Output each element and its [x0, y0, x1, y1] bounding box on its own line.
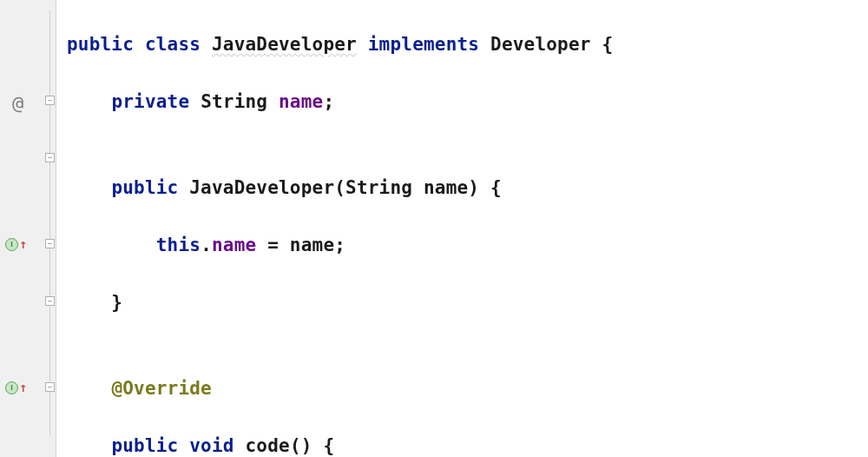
field-name: name — [212, 235, 256, 255]
implements-gutter-icon[interactable]: I ↑ — [5, 380, 27, 395]
up-arrow-icon: ↑ — [19, 236, 27, 252]
class-name: JavaDeveloper — [212, 34, 357, 55]
fold-column: − − − − − — [45, 0, 56, 457]
keyword: class — [145, 34, 201, 55]
fold-collapse-icon[interactable]: − — [45, 296, 55, 306]
fold-collapse-icon[interactable]: − — [45, 239, 55, 248]
keyword: public — [67, 34, 134, 55]
fold-line — [49, 10, 50, 436]
code-line: public JavaDeveloper(String name) { — [67, 174, 758, 202]
type-name: String — [201, 91, 267, 112]
fold-collapse-icon[interactable]: − — [45, 382, 55, 392]
keyword: void — [189, 435, 233, 456]
code-line: private String name; — [67, 88, 758, 116]
keyword: private — [111, 91, 189, 112]
keyword: implements — [368, 34, 479, 55]
fold-collapse-icon[interactable]: − — [45, 96, 55, 105]
interface-letter-icon: I — [5, 381, 18, 394]
constructor-name: JavaDeveloper — [189, 177, 334, 198]
method-name: code — [246, 435, 290, 456]
keyword: this — [156, 235, 201, 255]
code-line: @Override — [67, 374, 758, 403]
code-line: this.name = name; — [67, 231, 758, 260]
keyword: public — [111, 435, 178, 456]
interface-letter-icon: I — [5, 238, 18, 251]
code-line: public void code() { — [67, 432, 758, 457]
fold-collapse-icon[interactable]: − — [45, 153, 55, 162]
annotation: @Override — [111, 378, 212, 399]
up-arrow-icon: ↑ — [19, 380, 27, 395]
annotation-gutter-icon[interactable]: @ — [12, 92, 23, 114]
code-editor[interactable]: public class JavaDeveloper implements De… — [56, 0, 758, 457]
editor-gutter: @ I ↑ I ↑ − − − − − — [0, 0, 56, 457]
implements-gutter-icon[interactable]: I ↑ — [5, 236, 27, 252]
code-line: public class JavaDeveloper implements De… — [67, 30, 758, 59]
interface-name: Developer — [490, 34, 591, 55]
keyword: public — [111, 177, 178, 198]
code-line: } — [67, 288, 758, 317]
field-name: name — [279, 91, 323, 112]
